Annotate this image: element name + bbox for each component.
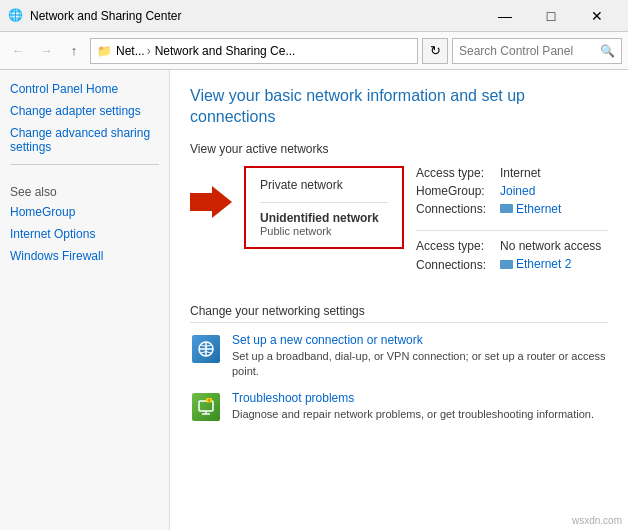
homegroup-label: HomeGroup: xyxy=(416,184,496,198)
network-item-unidentified: Unidentified network Public network xyxy=(260,211,388,237)
ethernet-icon-1 xyxy=(500,204,513,213)
sidebar-item-internet-options[interactable]: Internet Options xyxy=(10,227,159,241)
unidentified-network-info: Access type: No network access Connectio… xyxy=(416,239,608,272)
sidebar-item-advanced-sharing[interactable]: Change advanced sharing settings xyxy=(10,126,159,154)
troubleshoot-desc: Diagnose and repair network problems, or… xyxy=(232,408,594,420)
private-access-row: Access type: Internet xyxy=(416,166,608,180)
window-controls: — □ ✕ xyxy=(482,0,620,32)
setting-item-new-connection: Set up a new connection or network Set u… xyxy=(190,333,608,380)
homegroup-link[interactable]: Joined xyxy=(500,184,535,198)
troubleshoot-icon: ! xyxy=(190,391,222,423)
address-bar: ← → ↑ 📁 Net... › Network and Sharing Ce.… xyxy=(0,32,628,70)
troubleshoot-link[interactable]: Troubleshoot problems xyxy=(232,391,608,405)
arrow-container xyxy=(190,166,232,218)
setup-link[interactable]: Set up a new connection or network xyxy=(232,333,608,347)
networks-area: Private network Unidentified network Pub… xyxy=(190,166,608,286)
search-input[interactable] xyxy=(459,44,596,58)
window-title: Network and Sharing Center xyxy=(30,9,482,23)
watermark: wsxdn.com xyxy=(572,515,622,526)
unidentified-access-row: Access type: No network access xyxy=(416,239,608,253)
troubleshoot-text: Troubleshoot problems Diagnose and repai… xyxy=(232,391,608,422)
ethernet-icon-2 xyxy=(500,260,513,269)
private-connections-label: Connections: xyxy=(416,202,496,216)
network-info-panel: Access type: Internet HomeGroup: Joined … xyxy=(416,166,608,286)
private-access-value: Internet xyxy=(500,166,541,180)
private-connections-row: Connections: Ethernet xyxy=(416,202,608,217)
ethernet-link-1[interactable]: Ethernet xyxy=(516,202,561,216)
address-field[interactable]: 📁 Net... › Network and Sharing Ce... xyxy=(90,38,418,64)
breadcrumb-sharing: Network and Sharing Ce... xyxy=(155,44,296,58)
breadcrumb-icon: 📁 xyxy=(97,44,112,58)
unidentified-connections-row: Connections: Ethernet 2 xyxy=(416,257,608,272)
unidentified-access-label: Access type: xyxy=(416,239,496,253)
active-networks-label: View your active networks xyxy=(190,142,608,156)
minimize-button[interactable]: — xyxy=(482,0,528,32)
search-box[interactable]: 🔍 xyxy=(452,38,622,64)
breadcrumb: 📁 Net... › Network and Sharing Ce... xyxy=(97,44,295,58)
page-title: View your basic network information and … xyxy=(190,86,608,128)
networks-box: Private network Unidentified network Pub… xyxy=(244,166,404,249)
sidebar-item-homegroup[interactable]: HomeGroup xyxy=(10,205,159,219)
unidentified-connections-label: Connections: xyxy=(416,258,496,272)
close-button[interactable]: ✕ xyxy=(574,0,620,32)
network-item-private: Private network xyxy=(260,178,388,192)
refresh-button[interactable]: ↻ xyxy=(422,38,448,64)
main-layout: Control Panel Home Change adapter settin… xyxy=(0,70,628,530)
up-button[interactable]: ↑ xyxy=(62,39,86,63)
private-network-name: Private network xyxy=(260,178,388,192)
arrow-shaft xyxy=(190,193,212,211)
breadcrumb-net: Net... xyxy=(116,44,145,58)
troubleshoot-icon-img: ! xyxy=(192,393,220,421)
sidebar-divider xyxy=(10,164,159,165)
setup-desc: Set up a broadband, dial-up, or VPN conn… xyxy=(232,350,606,377)
setup-icon-img xyxy=(192,335,220,363)
setup-icon xyxy=(190,333,222,365)
arrow-head xyxy=(212,186,232,218)
unidentified-access-value: No network access xyxy=(500,239,601,253)
setup-text: Set up a new connection or network Set u… xyxy=(232,333,608,380)
back-button[interactable]: ← xyxy=(6,39,30,63)
change-settings-title: Change your networking settings xyxy=(190,304,608,323)
homegroup-row: HomeGroup: Joined xyxy=(416,184,608,198)
search-icon: 🔍 xyxy=(600,44,615,58)
breadcrumb-sep-1: › xyxy=(147,44,151,58)
unidentified-network-name: Unidentified network xyxy=(260,211,388,225)
content-area: View your basic network information and … xyxy=(170,70,628,530)
sidebar-item-adapter-settings[interactable]: Change adapter settings xyxy=(10,104,159,118)
unidentified-network-type: Public network xyxy=(260,225,388,237)
see-also-title: See also xyxy=(10,185,159,199)
private-access-label: Access type: xyxy=(416,166,496,180)
window-icon: 🌐 xyxy=(8,8,24,24)
maximize-button[interactable]: □ xyxy=(528,0,574,32)
forward-button[interactable]: → xyxy=(34,39,58,63)
private-network-info: Access type: Internet HomeGroup: Joined … xyxy=(416,166,608,217)
svg-rect-3 xyxy=(199,401,213,411)
title-bar: 🌐 Network and Sharing Center — □ ✕ xyxy=(0,0,628,32)
sidebar: Control Panel Home Change adapter settin… xyxy=(0,70,170,530)
ethernet-link-2[interactable]: Ethernet 2 xyxy=(516,257,571,271)
network-divider xyxy=(260,202,388,203)
sidebar-item-control-panel-home[interactable]: Control Panel Home xyxy=(10,82,159,96)
sidebar-item-windows-firewall[interactable]: Windows Firewall xyxy=(10,249,159,263)
network-info-separator xyxy=(416,230,608,231)
setting-item-troubleshoot: ! Troubleshoot problems Diagnose and rep… xyxy=(190,391,608,423)
